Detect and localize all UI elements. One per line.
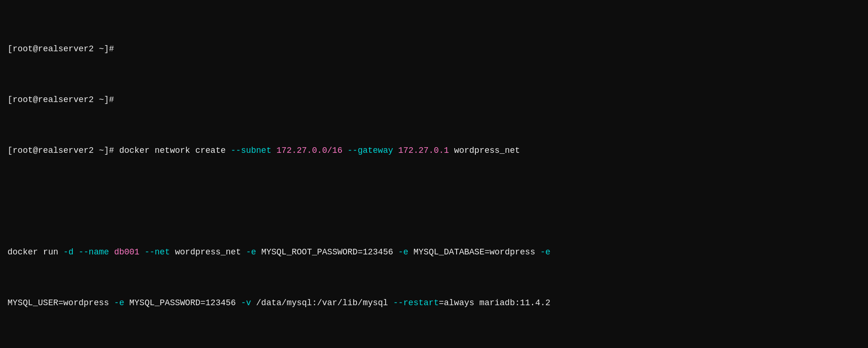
prompt-1: [root@realserver2 ~]# (8, 44, 114, 54)
line-empty-2: [root@realserver2 ~]# (8, 94, 860, 106)
line-docker-run-db-2: MYSQL_USER=wordpress -e MYSQL_PASSWORD=1… (8, 297, 860, 309)
flag-subnet: --subnet (231, 146, 271, 155)
value-subnet: 172.27.0.0/16 (277, 146, 342, 155)
line-docker-run-db-1: docker run -d --name db001 --net wordpre… (8, 246, 860, 259)
network-name: wordpress_net (449, 146, 520, 155)
flag-gateway: --gateway (348, 146, 393, 155)
terminal: [root@realserver2 ~]# [root@realserver2 … (8, 5, 860, 348)
prompt-3: [root@realserver2 ~]# (8, 146, 114, 155)
cmd-docker-network: docker network create (114, 146, 231, 155)
blank-line-1 (8, 195, 860, 208)
line-empty-1: [root@realserver2 ~]# (8, 43, 860, 55)
prompt-2: [root@realserver2 ~]# (8, 95, 114, 104)
line-network-create: [root@realserver2 ~]# docker network cre… (8, 144, 860, 157)
value-gateway: 172.27.0.1 (398, 146, 449, 155)
